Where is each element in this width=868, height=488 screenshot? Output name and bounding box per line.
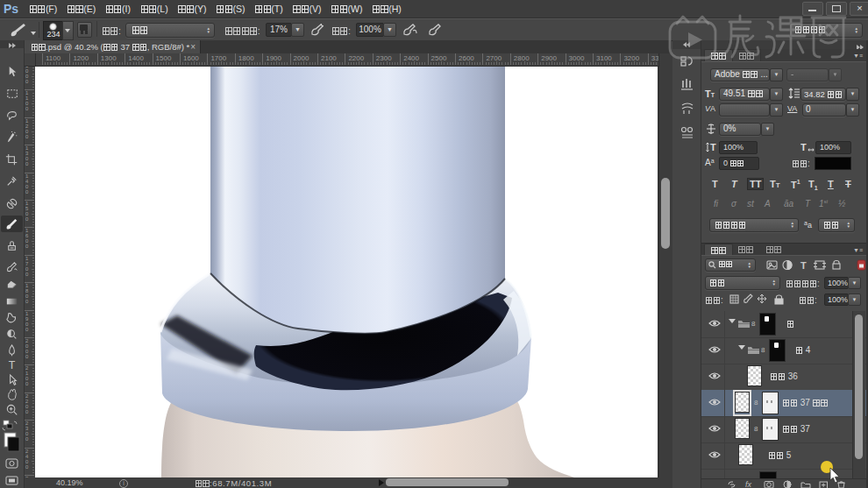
svg-text:T: T	[800, 142, 807, 152]
svg-text:T: T	[9, 359, 16, 371]
svg-text:T: T	[710, 142, 716, 152]
svg-text:fx: fx	[745, 480, 752, 488]
svg-text:T: T	[800, 260, 807, 271]
